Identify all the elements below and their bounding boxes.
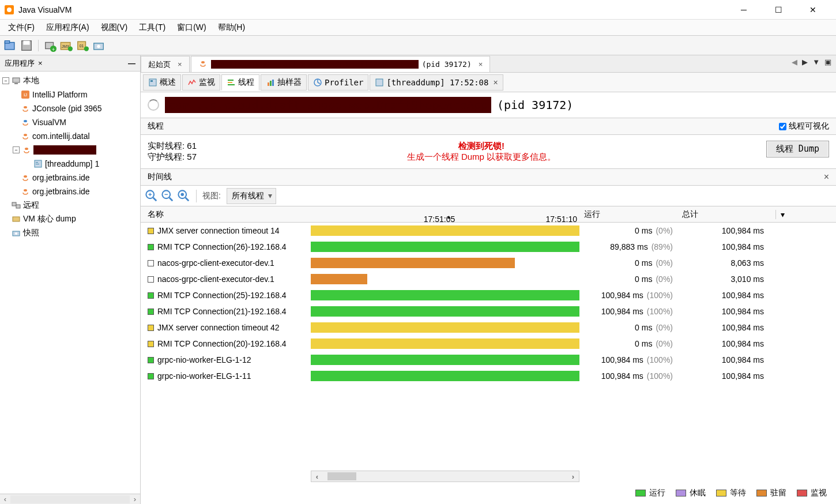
scroll-thumb[interactable]: [327, 472, 356, 480]
add-dump-button[interactable]: 01: [76, 39, 89, 52]
tab-label-redacted: com.lls.cloud.draft.shope.web.DraftShope…: [211, 60, 419, 69]
threads-icon: [227, 78, 236, 87]
threads-visualize-checkbox[interactable]: 线程可视化: [779, 121, 829, 131]
scroll-right-button[interactable]: ›: [130, 495, 140, 503]
svg-point-16: [97, 44, 100, 48]
tab-sampler[interactable]: 抽样器: [261, 74, 307, 91]
maximize-button[interactable]: ☐: [767, 2, 790, 18]
table-row[interactable]: RMI TCP Connection(26)-192.168.489,883 m…: [141, 239, 836, 255]
timeline-hscrollbar[interactable]: ‹ ›: [311, 471, 579, 482]
sidebar-minimize-button[interactable]: —: [128, 59, 135, 67]
page-title-row: com.lls.cloud.draft.shope.web.DraftShope…: [141, 92, 836, 118]
table-row[interactable]: grpc-nio-worker-ELG-1-12100,984 ms(100%)…: [141, 352, 836, 368]
scroll-left-button[interactable]: ‹: [311, 472, 323, 481]
tree-node-remote[interactable]: 远程: [0, 198, 140, 212]
tab-close-button[interactable]: ×: [493, 78, 498, 87]
tree-label: 远程: [23, 200, 39, 210]
table-row[interactable]: RMI TCP Connection(20)-192.168.40 ms(0%)…: [141, 336, 836, 352]
menu-help[interactable]: 帮助(H): [212, 20, 251, 35]
page-title-redacted: com.lls.cloud.draft.shope.web.DraftShope…: [165, 97, 491, 113]
tab-threaddump[interactable]: [threaddump] 17:52:08×: [370, 74, 503, 91]
sidebar-hscrollbar[interactable]: ‹ ›: [0, 494, 140, 504]
tab-threads[interactable]: 线程: [221, 74, 259, 91]
scroll-right-button[interactable]: ›: [567, 472, 579, 481]
tab-start-page[interactable]: 起始页×: [141, 56, 190, 72]
loading-spinner-icon: [148, 99, 159, 111]
minimize-button[interactable]: ─: [732, 2, 755, 18]
thread-name: RMI TCP Connection(21)-192.168.4: [157, 307, 287, 316]
open-file-button[interactable]: [3, 39, 17, 52]
timeline-close-button[interactable]: ×: [824, 172, 829, 182]
add-jmx-button[interactable]: JMX: [59, 39, 73, 52]
thread-timeline-cell: [311, 305, 579, 318]
menu-window[interactable]: 窗口(W): [171, 20, 212, 35]
scroll-track[interactable]: [10, 495, 130, 503]
tabs-dropdown-button[interactable]: ▼: [812, 58, 820, 66]
tree-node-vmcore[interactable]: VM 核心 dump: [0, 212, 140, 226]
legend-color-icon: [797, 490, 807, 497]
tree-node-threaddump[interactable]: [threaddump] 1: [0, 157, 140, 171]
add-local-button[interactable]: +: [43, 39, 57, 52]
tree-label: 快照: [23, 228, 39, 238]
col-menu-button[interactable]: ▾: [775, 210, 789, 219]
table-row[interactable]: JMX server connection timeout 140 ms(0%)…: [141, 223, 836, 239]
tab-monitor[interactable]: 监视: [182, 74, 220, 91]
menu-view[interactable]: 视图(V): [95, 20, 134, 35]
thread-timeline-cell: [311, 224, 579, 237]
save-button[interactable]: [20, 39, 33, 52]
menu-tools[interactable]: 工具(T): [133, 20, 171, 35]
thread-total-cell: 100,984 ms: [677, 371, 775, 381]
daemon-threads-value: 57: [187, 152, 197, 161]
sidebar-close-button[interactable]: ×: [38, 59, 43, 67]
table-row[interactable]: nacos-grpc-client-executor-dev.10 ms(0%)…: [141, 271, 836, 287]
tree-node-jetbrains1[interactable]: org.jetbrains.ide: [0, 171, 140, 185]
zoom-fit-button[interactable]: [178, 190, 190, 202]
menu-application[interactable]: 应用程序(A): [40, 20, 95, 35]
tree-node-selected-app[interactable]: −com.lls.cloud.dra: [0, 143, 140, 157]
table-row[interactable]: nacos-grpc-client-executor-dev.10 ms(0%)…: [141, 255, 836, 271]
view-select-value: 所有线程: [232, 191, 264, 200]
scroll-track[interactable]: [323, 472, 567, 481]
app-tree[interactable]: − 本地 IJIntelliJ Platform JConsole (pid 3…: [0, 72, 140, 494]
table-body[interactable]: JMX server connection timeout 140 ms(0%)…: [141, 223, 836, 471]
tab-overview[interactable]: 概述: [143, 74, 181, 91]
col-header-run[interactable]: 运行: [579, 209, 677, 220]
tree-node-jconsole[interactable]: JConsole (pid 3965: [0, 101, 140, 115]
add-snapshot-button[interactable]: [92, 39, 106, 52]
tab-profiler[interactable]: Profiler: [308, 74, 368, 91]
zoom-in-button[interactable]: [145, 190, 158, 202]
tab-close-button[interactable]: ×: [479, 60, 483, 69]
tabs-maximize-button[interactable]: ▣: [824, 58, 831, 66]
checkbox[interactable]: [779, 123, 786, 130]
tree-toggle[interactable]: −: [13, 146, 20, 153]
close-button[interactable]: ✕: [801, 2, 824, 18]
zoom-out-button[interactable]: [161, 190, 174, 202]
legend-label: 驻留: [770, 488, 786, 498]
tab-close-button[interactable]: ×: [178, 60, 182, 69]
table-row[interactable]: JMX server connection timeout 420 ms(0%)…: [141, 319, 836, 336]
tree-node-intellij[interactable]: IJIntelliJ Platform: [0, 88, 140, 101]
menu-file[interactable]: 文件(F): [2, 20, 40, 35]
tree-toggle[interactable]: −: [2, 77, 9, 84]
view-select[interactable]: 所有线程: [227, 188, 276, 204]
col-header-total[interactable]: 总计: [677, 209, 775, 220]
thread-run-cell: 100,984 ms(100%): [579, 307, 677, 316]
tabs-prev-button[interactable]: ◀: [792, 58, 797, 66]
col-header-name[interactable]: 名称: [141, 209, 311, 220]
tabs-next-button[interactable]: ▶: [802, 58, 808, 66]
scroll-left-button[interactable]: ‹: [0, 495, 10, 503]
content-area: 起始页× com.lls.cloud.draft.shope.web.Draft…: [141, 55, 836, 504]
tree-node-local[interactable]: − 本地: [0, 74, 140, 88]
titlebar[interactable]: Java VisualVM ─ ☐ ✕: [0, 0, 836, 20]
table-row[interactable]: RMI TCP Connection(25)-192.168.4100,984 …: [141, 287, 836, 303]
thread-dump-button[interactable]: 线程 Dump: [766, 141, 829, 157]
tree-node-jetbrains2[interactable]: org.jetbrains.ide: [0, 185, 140, 198]
tree-node-visualvm[interactable]: VisualVM: [0, 115, 140, 129]
table-row[interactable]: grpc-nio-worker-ELG-1-11100,984 ms(100%)…: [141, 368, 836, 384]
tree-node-snapshot[interactable]: 快照: [0, 226, 140, 240]
table-row[interactable]: RMI TCP Connection(21)-192.168.4100,984 …: [141, 303, 836, 319]
tab-active-app[interactable]: com.lls.cloud.draft.shope.web.DraftShope…: [191, 56, 491, 72]
tree-node-datagrip[interactable]: com.intellij.datal: [0, 129, 140, 143]
monitor-icon: [187, 78, 197, 87]
svg-rect-3: [5, 40, 9, 43]
